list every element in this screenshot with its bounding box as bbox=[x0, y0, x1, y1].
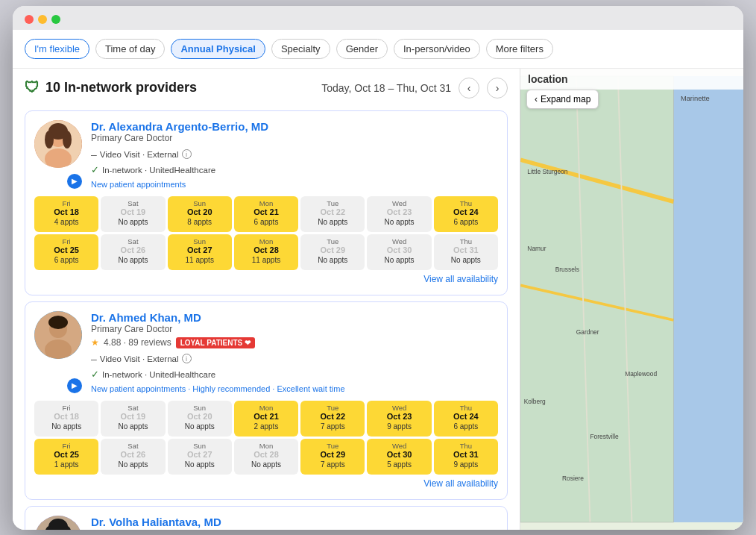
video-visit-line: – Video Visit · External i bbox=[91, 351, 498, 367]
filter-chip-more-filters[interactable]: More filters bbox=[486, 39, 553, 59]
cal-day-name: Thu bbox=[460, 404, 472, 412]
cal-cell[interactable]: Tue Oct 29 7 appts bbox=[300, 439, 365, 475]
close-button[interactable] bbox=[25, 15, 34, 24]
traffic-lights bbox=[25, 15, 60, 24]
cal-cell[interactable]: Wed Oct 30 5 appts bbox=[367, 439, 431, 475]
map-svg: Marinette Namur Brussels Gardner Maplewo… bbox=[520, 69, 743, 530]
expand-map-button[interactable]: ‹ Expand map bbox=[526, 90, 599, 109]
dr-info: Dr. Volha Haliantava, MD Primary Care Do… bbox=[91, 516, 498, 530]
provider-card-0: ▶ Dr. Alexandra Argento-Berrio, MD Prima… bbox=[25, 110, 508, 295]
cal-cell: Sat Oct 19 No appts bbox=[101, 401, 165, 437]
dr-name[interactable]: Dr. Alexandra Argento-Berrio, MD bbox=[91, 120, 498, 133]
cal-date: Oct 23 bbox=[387, 412, 412, 421]
cal-day-name: Wed bbox=[392, 404, 406, 412]
expand-map-label: Expand map bbox=[541, 94, 590, 104]
cal-appts: No appts bbox=[118, 422, 148, 431]
cal-date: Oct 18 bbox=[54, 207, 79, 216]
view-all-availability-link[interactable]: View all availability bbox=[34, 272, 498, 286]
cal-cell[interactable]: Mon Oct 21 2 appts bbox=[234, 401, 298, 437]
cal-appts: No appts bbox=[385, 256, 415, 264]
cal-date: Oct 19 bbox=[121, 207, 146, 216]
cal-cell[interactable]: Mon Oct 21 6 appts bbox=[234, 196, 298, 232]
dot-icon: – bbox=[91, 351, 97, 367]
cal-date: Oct 29 bbox=[320, 450, 345, 459]
map-section-label: location bbox=[520, 69, 743, 90]
svg-text:Forestville: Forestville bbox=[590, 432, 619, 439]
svg-text:Little Sturgeon: Little Sturgeon bbox=[527, 167, 567, 175]
video-visit-line: – Video Visit · External i bbox=[91, 146, 498, 163]
filters-bar: I'm flexibleTime of dayAnnual PhysicalSp… bbox=[13, 30, 743, 69]
avatar-image bbox=[34, 311, 82, 359]
cal-appts: 4 appts bbox=[54, 218, 79, 226]
info-icon[interactable]: i bbox=[182, 149, 192, 159]
page-content: I'm flexibleTime of dayAnnual PhysicalSp… bbox=[13, 30, 743, 530]
cal-date: Oct 23 bbox=[387, 207, 412, 216]
view-all-availability-link[interactable]: View all availability bbox=[34, 477, 498, 490]
cal-appts: 7 appts bbox=[321, 460, 345, 469]
prev-date-button[interactable]: ‹ bbox=[459, 78, 479, 98]
filter-chip-in-person-video[interactable]: In-person/video bbox=[394, 39, 480, 59]
network-line: ✓ In-network · UnitedHealthcare bbox=[91, 367, 498, 383]
filter-chip-time-of-day[interactable]: Time of day bbox=[95, 39, 165, 59]
cal-appts: No appts bbox=[318, 218, 347, 226]
svg-text:Namur: Namur bbox=[527, 244, 546, 251]
cal-date: Oct 20 bbox=[187, 412, 212, 421]
cal-week: Fri Oct 18 No appts Sat Oct 19 No appts … bbox=[34, 401, 498, 437]
cal-date: Oct 19 bbox=[121, 412, 146, 421]
cal-week: Fri Oct 18 4 appts Sat Oct 19 No appts S… bbox=[34, 196, 498, 232]
filter-chip-i-m-flexible[interactable]: I'm flexible bbox=[25, 39, 89, 59]
dr-avatar: ▶ bbox=[34, 516, 82, 530]
filter-chip-specialty[interactable]: Specialty bbox=[271, 39, 330, 59]
network-text: In-network · UnitedHealthcare bbox=[102, 163, 215, 177]
cal-cell[interactable]: Mon Oct 28 11 appts bbox=[234, 234, 298, 270]
filter-chip-gender[interactable]: Gender bbox=[336, 39, 388, 59]
cal-cell[interactable]: Fri Oct 18 4 appts bbox=[34, 196, 98, 232]
cal-cell: Tue Oct 29 No appts bbox=[300, 234, 365, 270]
dr-tags: – Video Visit · External i ✓ In-network … bbox=[91, 351, 498, 383]
providers-container: ▶ Dr. Alexandra Argento-Berrio, MD Prima… bbox=[13, 110, 520, 530]
browser-chrome bbox=[13, 6, 743, 30]
cal-week: Fri Oct 25 6 appts Sat Oct 26 No appts S… bbox=[34, 234, 498, 270]
cal-cell: Sat Oct 26 No appts bbox=[101, 234, 165, 270]
dr-specialty: Primary Care Doctor bbox=[91, 133, 498, 143]
cal-appts: 9 appts bbox=[453, 460, 478, 469]
next-date-button[interactable]: › bbox=[487, 78, 508, 98]
cal-appts: 8 appts bbox=[187, 218, 212, 226]
cal-cell[interactable]: Fri Oct 25 6 appts bbox=[34, 234, 98, 270]
cal-cell[interactable]: Fri Oct 25 1 appts bbox=[34, 439, 98, 475]
cal-cell[interactable]: Sun Oct 20 8 appts bbox=[168, 196, 232, 232]
network-text: In-network · UnitedHealthcare bbox=[102, 368, 215, 381]
filter-chip-annual-physical[interactable]: Annual Physical bbox=[171, 39, 265, 59]
maximize-button[interactable] bbox=[51, 15, 60, 24]
cal-day-name: Wed bbox=[392, 199, 406, 207]
svg-text:Marinette: Marinette bbox=[681, 94, 710, 101]
dr-rating: ★ 4.88 · 89 reviews LOYAL PATIENTS ❤ bbox=[91, 337, 498, 348]
cal-cell[interactable]: Sun Oct 27 11 appts bbox=[168, 234, 232, 270]
cal-appts: No appts bbox=[51, 422, 81, 431]
cal-cell: Sat Oct 19 No appts bbox=[101, 196, 165, 232]
cal-cell[interactable]: Wed Oct 23 9 appts bbox=[367, 401, 431, 437]
svg-text:Kolberg: Kolberg bbox=[524, 398, 546, 405]
cal-appts: 6 appts bbox=[453, 422, 478, 431]
cal-appts: 6 appts bbox=[453, 218, 478, 226]
cal-cell[interactable]: Thu Oct 31 9 appts bbox=[434, 439, 498, 475]
avatar-image bbox=[34, 120, 82, 168]
cal-day-name: Sun bbox=[193, 199, 206, 207]
cal-cell[interactable]: Thu Oct 24 6 appts bbox=[434, 196, 498, 232]
chevron-left-icon: ‹ bbox=[535, 94, 538, 104]
cal-day-name: Mon bbox=[259, 442, 273, 450]
cal-appts: No appts bbox=[385, 218, 415, 226]
minimize-button[interactable] bbox=[38, 15, 47, 24]
dr-name[interactable]: Dr. Volha Haliantava, MD bbox=[91, 516, 498, 528]
cal-cell[interactable]: Tue Oct 22 7 appts bbox=[300, 401, 365, 437]
cal-date: Oct 31 bbox=[453, 450, 479, 459]
cal-day-name: Fri bbox=[63, 442, 71, 450]
cal-day-name: Wed bbox=[392, 442, 406, 450]
cal-day-name: Tue bbox=[327, 237, 338, 245]
dr-name[interactable]: Dr. Ahmed Khan, MD bbox=[91, 311, 498, 324]
provider-card-1: ▶ Dr. Ahmed Khan, MD Primary Care Doctor… bbox=[25, 301, 508, 500]
cal-cell[interactable]: Thu Oct 24 6 appts bbox=[434, 401, 498, 437]
network-line: ✓ In-network · UnitedHealthcare bbox=[91, 163, 498, 178]
info-icon[interactable]: i bbox=[182, 354, 192, 363]
availability-grid: Fri Oct 18 No appts Sat Oct 19 No appts … bbox=[34, 401, 498, 490]
